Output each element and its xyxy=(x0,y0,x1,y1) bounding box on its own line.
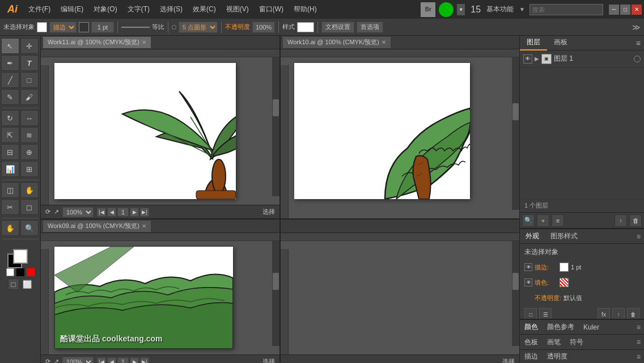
tab-color-guide[interactable]: 颜色参考 xyxy=(543,320,579,334)
tab-work10[interactable]: Work10.ai @ 100% (CMYK/预览) ✕ xyxy=(283,37,391,48)
fill-appearance-swatch[interactable] xyxy=(560,278,569,287)
fullscreen-btn[interactable]: ⬜ xyxy=(22,278,33,290)
selection-tool-btn[interactable]: ↖ xyxy=(1,38,19,54)
page-last-btn-bl[interactable]: ▶| xyxy=(140,357,149,364)
fill-visibility-eye[interactable]: 👁 xyxy=(524,278,532,286)
toolbar-options-icon[interactable]: ≫ xyxy=(632,23,641,32)
page-first-btn-bl[interactable]: |◀ xyxy=(97,357,106,364)
bridge-button[interactable]: Br xyxy=(421,2,435,17)
stroke-appearance-swatch[interactable] xyxy=(560,263,569,272)
tab-symbols[interactable]: 符号 xyxy=(565,335,588,349)
graph-tool-btn[interactable]: 📊 xyxy=(1,161,19,177)
color-panel-options[interactable]: ≡ xyxy=(637,323,644,331)
layers-menu-btn[interactable]: ≡ xyxy=(552,214,564,227)
style-swatch[interactable] xyxy=(297,22,314,32)
appearance-options[interactable]: ≡ xyxy=(637,233,644,240)
type-tool-btn[interactable]: T xyxy=(20,55,39,71)
sync-status-icon[interactable] xyxy=(439,2,454,17)
stroke-panel-options[interactable]: ≡ xyxy=(637,353,644,361)
tab-work11[interactable]: Work11.ai @ 100% (CMYK/预览) ✕ xyxy=(43,37,151,48)
tab-close-work11[interactable]: ✕ xyxy=(142,39,146,45)
page-input-bl[interactable] xyxy=(117,357,129,364)
canvas-scroll-bottom-right[interactable] xyxy=(281,233,519,354)
layers-delete-btn[interactable]: 🗑 xyxy=(629,214,642,227)
normal-mode-btn[interactable]: □ xyxy=(8,278,19,290)
tab-color[interactable]: 颜色 xyxy=(520,320,543,334)
page-prev-btn-tl[interactable]: ◀ xyxy=(107,208,116,217)
maximize-button[interactable]: □ xyxy=(620,5,630,15)
scrollbar-v-tr[interactable] xyxy=(512,57,519,210)
scrollbar-thumb-v-bl[interactable] xyxy=(273,273,279,290)
workspace-selector[interactable]: 基本功能 xyxy=(486,5,514,14)
fill-swatch[interactable] xyxy=(37,22,47,32)
tab-work09[interactable]: Work09.ai @ 100% (CMYK/预览) ✕ xyxy=(43,221,151,232)
scale-tool-btn[interactable]: ⇱ xyxy=(1,127,19,143)
menu-select[interactable]: 选择(S) xyxy=(155,2,187,16)
canvas-scroll-top-right[interactable] xyxy=(281,49,519,218)
menu-effect[interactable]: 效果(C) xyxy=(188,2,221,16)
black-icon[interactable] xyxy=(16,268,24,276)
zoom-tool-btn[interactable]: 🔍 xyxy=(20,220,39,236)
layer-expand-icon[interactable]: ▶ xyxy=(535,56,539,62)
page-prev-btn-bl[interactable]: ◀ xyxy=(107,357,116,364)
shape-tool-btn[interactable]: □ xyxy=(20,72,39,88)
tab-close-work10[interactable]: ✕ xyxy=(382,39,386,45)
rotate-tool-btn[interactable]: ↻ xyxy=(1,110,19,126)
opacity-input[interactable] xyxy=(252,22,275,33)
tab-appearance[interactable]: 外观 xyxy=(520,229,545,243)
layers-panel-options[interactable]: ≡ xyxy=(636,39,644,48)
stroke-width-input[interactable] xyxy=(91,22,114,33)
scissors-tool-btn[interactable]: ✂ xyxy=(1,199,19,215)
menu-object[interactable]: 对象(O) xyxy=(89,2,121,16)
tab-graphic-style[interactable]: 图形样式 xyxy=(545,229,583,243)
tab-brushes[interactable]: 画笔 xyxy=(543,335,565,349)
search-input[interactable] xyxy=(529,4,603,15)
tab-close-work09[interactable]: ✕ xyxy=(142,223,146,229)
menu-help[interactable]: 帮助(H) xyxy=(289,2,321,16)
symbol-spray-btn[interactable]: ⊕ xyxy=(20,144,39,160)
layer-select-circle[interactable] xyxy=(634,56,641,62)
hand-tool-btn[interactable]: ✋ xyxy=(1,220,19,236)
direct-selection-tool-btn[interactable]: ✛ xyxy=(20,38,39,54)
reflect-tool-btn[interactable]: ↔ xyxy=(20,110,39,126)
canvas-scroll-bottom-left[interactable]: 酷课堂出品 coolketang.com xyxy=(41,233,279,354)
sync-dropdown[interactable]: ▼ xyxy=(457,4,465,15)
doc-settings-button[interactable]: 文档设置 xyxy=(321,22,354,33)
stroke-visibility-eye[interactable]: 👁 xyxy=(524,263,532,271)
eraser-btn[interactable]: ◻ xyxy=(20,199,39,215)
menu-type[interactable]: 文字(T) xyxy=(123,2,154,16)
close-button[interactable]: ✕ xyxy=(632,5,642,15)
tab-swatches[interactable]: 色板 xyxy=(520,335,543,349)
fill-color-swatch[interactable] xyxy=(13,249,28,264)
page-first-btn-tl[interactable]: |◀ xyxy=(97,208,106,217)
tab-kuler[interactable]: Kuler xyxy=(579,321,604,334)
preferences-button[interactable]: 首选项 xyxy=(357,22,383,33)
scrollbar-thumb-v-tl[interactable] xyxy=(273,99,279,116)
tab-layers[interactable]: 图层 xyxy=(520,35,547,50)
zoom-select-bl[interactable]: 100% xyxy=(62,357,94,364)
page-next-btn-bl[interactable]: ▶ xyxy=(130,357,139,364)
gradient-tool-btn[interactable]: ◫ xyxy=(1,182,19,198)
eyedropper-btn[interactable]: ✋ xyxy=(20,182,39,198)
zoom-select-tl[interactable]: 100% xyxy=(62,207,94,217)
scrollbar-v-bl[interactable] xyxy=(272,241,279,346)
layers-add-btn[interactable]: + xyxy=(537,214,549,227)
tab-stroke[interactable]: 描边 xyxy=(520,349,543,363)
mesh-tool-btn[interactable]: ⊞ xyxy=(20,161,39,177)
line-tool-btn[interactable]: ╱ xyxy=(1,72,19,88)
menu-file[interactable]: 文件(F) xyxy=(24,2,55,16)
warp-tool-btn[interactable]: ≋ xyxy=(20,127,39,143)
layers-move-btn[interactable]: ↑ xyxy=(615,214,627,227)
scrollbar-thumb-v-br[interactable] xyxy=(512,273,519,290)
stroke-style-preview[interactable] xyxy=(121,27,150,28)
pen-tool-btn[interactable]: ✒ xyxy=(1,55,19,71)
menu-window[interactable]: 窗口(W) xyxy=(255,2,288,16)
blob-brush-btn[interactable]: 🖌 xyxy=(20,89,39,105)
layer-visibility-eye[interactable]: 👁 xyxy=(523,54,532,64)
scrollbar-v-br[interactable] xyxy=(512,241,519,346)
pencil-tool-btn[interactable]: ✎ xyxy=(1,89,19,105)
page-next-btn-tl[interactable]: ▶ xyxy=(130,208,139,217)
swatches-panel-options[interactable]: ≡ xyxy=(637,338,644,346)
menu-edit[interactable]: 编辑(E) xyxy=(56,2,88,16)
layer-1-item[interactable]: 👁 ▶ ▣ 图层 1 xyxy=(520,50,644,67)
